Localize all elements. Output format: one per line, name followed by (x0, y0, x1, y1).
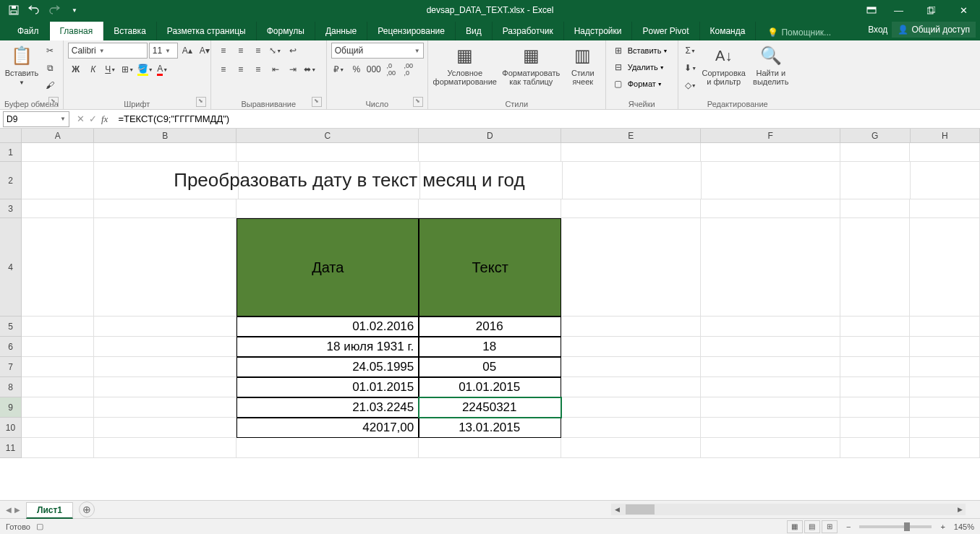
orientation-button[interactable]: ⤡▼ (268, 43, 284, 59)
zoom-in-button[interactable]: + (940, 522, 945, 531)
cell-C1[interactable] (237, 143, 419, 162)
tab-review[interactable]: Рецензирование (367, 22, 456, 40)
tab-insert[interactable]: Вставка (103, 22, 157, 40)
close-button[interactable]: ✕ (947, 0, 980, 20)
cell-A1[interactable] (22, 143, 94, 162)
tab-layout[interactable]: Разметка страницы (157, 22, 257, 40)
cell-C6[interactable]: 18 июля 1931 г. (237, 337, 419, 357)
cell-H8[interactable] (910, 377, 980, 397)
cell-A11[interactable] (22, 438, 94, 458)
align-right-button[interactable]: ≡ (250, 61, 266, 77)
font-color-button[interactable]: A▼ (155, 61, 171, 77)
tab-team[interactable]: Команда (700, 22, 757, 40)
copy-button[interactable]: ⧉ (42, 60, 58, 76)
cell-B9[interactable] (94, 397, 237, 418)
save-icon[interactable] (6, 2, 22, 18)
align-middle-button[interactable]: ≡ (233, 43, 249, 59)
wrap-text-button[interactable]: ↩ (285, 43, 301, 59)
cell-B7[interactable] (94, 357, 237, 377)
cut-button[interactable]: ✂ (42, 43, 58, 59)
cell-A3[interactable] (22, 199, 94, 218)
decrease-decimal-button[interactable]: ,00,0 (401, 61, 417, 77)
format-cells-button[interactable]: ▢Формат▼ (610, 76, 662, 92)
cell-H2[interactable] (911, 162, 980, 199)
cell-A9[interactable] (22, 397, 94, 418)
cell-H6[interactable] (910, 337, 980, 357)
cell-styles-button[interactable]: ▥Стили ячеек (565, 43, 601, 86)
align-top-button[interactable]: ≡ (216, 43, 231, 59)
clipboard-dialog-launcher[interactable]: ⬊ (48, 97, 59, 107)
tab-powerpivot[interactable]: Power Pivot (632, 22, 699, 40)
italic-button[interactable]: К (85, 61, 101, 77)
select-all-corner[interactable] (0, 129, 22, 143)
merge-button[interactable]: ⬌▼ (302, 61, 318, 77)
col-head-F[interactable]: F (701, 129, 840, 143)
cell-C10[interactable]: 42017,00 (237, 418, 419, 438)
row-head-8[interactable]: 8 (0, 377, 22, 397)
font-dialog-launcher[interactable]: ⬊ (196, 97, 206, 107)
underline-button[interactable]: Ч▼ (103, 61, 119, 77)
cell-E3[interactable] (561, 199, 701, 218)
number-dialog-launcher[interactable]: ⬊ (413, 97, 423, 107)
cell-D9[interactable]: 22450321 (419, 397, 561, 418)
cell-C8[interactable]: 01.01.2015 (237, 377, 419, 397)
cell-D7[interactable]: 05 (419, 357, 561, 377)
zoom-out-button[interactable]: − (846, 522, 851, 531)
row-head-1[interactable]: 1 (0, 143, 22, 162)
format-painter-button[interactable]: 🖌 (42, 77, 58, 93)
cell-C9[interactable]: 21.03.2245 (237, 397, 419, 418)
cell-G9[interactable] (840, 397, 911, 418)
tab-developer[interactable]: Разработчик (493, 22, 564, 40)
cell-B11[interactable] (94, 438, 237, 458)
insert-cells-button[interactable]: ⊞Вставить▼ (610, 43, 668, 59)
name-box[interactable]: D9▼ (3, 111, 69, 127)
col-head-H[interactable]: H (911, 129, 980, 143)
cell-D3[interactable] (419, 199, 561, 218)
cell-E10[interactable] (561, 418, 701, 438)
find-select-button[interactable]: 🔍Найти и выделить (749, 43, 793, 86)
cell-E6[interactable] (561, 337, 701, 357)
font-size-dropdown[interactable]: 11▼ (149, 43, 178, 59)
cell-E7[interactable] (561, 357, 701, 377)
col-head-A[interactable]: A (22, 129, 94, 143)
cell-H10[interactable] (910, 418, 980, 438)
col-head-E[interactable]: E (561, 129, 701, 143)
increase-font-button[interactable]: A▴ (179, 43, 195, 59)
fx-icon[interactable]: fx (101, 113, 108, 125)
cell-E1[interactable] (561, 143, 701, 162)
row-head-5[interactable]: 5 (0, 316, 22, 337)
align-center-button[interactable]: ≡ (233, 61, 249, 77)
row-head-7[interactable]: 7 (0, 357, 22, 377)
tell-me-search[interactable]: 💡Помощник... (762, 25, 837, 40)
align-left-button[interactable]: ≡ (216, 61, 231, 77)
cell-B8[interactable] (94, 377, 237, 397)
ribbon-options-icon[interactable] (861, 0, 882, 20)
cell-D5[interactable]: 2016 (419, 316, 561, 337)
accounting-format-button[interactable]: ₽▼ (331, 61, 347, 77)
bold-button[interactable]: Ж (68, 61, 84, 77)
cell-C5[interactable]: 01.02.2016 (237, 316, 419, 337)
cell-H1[interactable] (910, 143, 980, 162)
tab-file[interactable]: Файл (7, 22, 50, 40)
cell-F10[interactable] (701, 418, 840, 438)
horizontal-scrollbar[interactable]: ◀▶ (611, 504, 966, 515)
cell-H11[interactable] (910, 438, 980, 458)
cell-D10[interactable]: 13.01.2015 (419, 418, 561, 438)
cell-C7[interactable]: 24.05.1995 (237, 357, 419, 377)
enter-formula-icon[interactable]: ✓ (89, 113, 97, 124)
cell-B4[interactable] (94, 218, 237, 316)
cell-F1[interactable] (701, 143, 840, 162)
fill-color-button[interactable]: 🪣▼ (137, 61, 153, 77)
cell-G3[interactable] (840, 199, 911, 218)
cell-G5[interactable] (840, 316, 911, 337)
page-layout-view-button[interactable]: ▤ (804, 520, 820, 533)
tab-formulas[interactable]: Формулы (257, 22, 315, 40)
cell-A4[interactable] (22, 218, 94, 316)
minimize-button[interactable]: — (882, 0, 915, 20)
cancel-formula-icon[interactable]: ✕ (77, 113, 85, 124)
spreadsheet-grid[interactable]: 1234567891011 ABCDEFGH Преобразовать дат… (0, 129, 980, 500)
cell-C11[interactable] (237, 438, 419, 458)
row-head-3[interactable]: 3 (0, 199, 22, 218)
cell-B3[interactable] (94, 199, 237, 218)
cell-H9[interactable] (910, 397, 980, 418)
